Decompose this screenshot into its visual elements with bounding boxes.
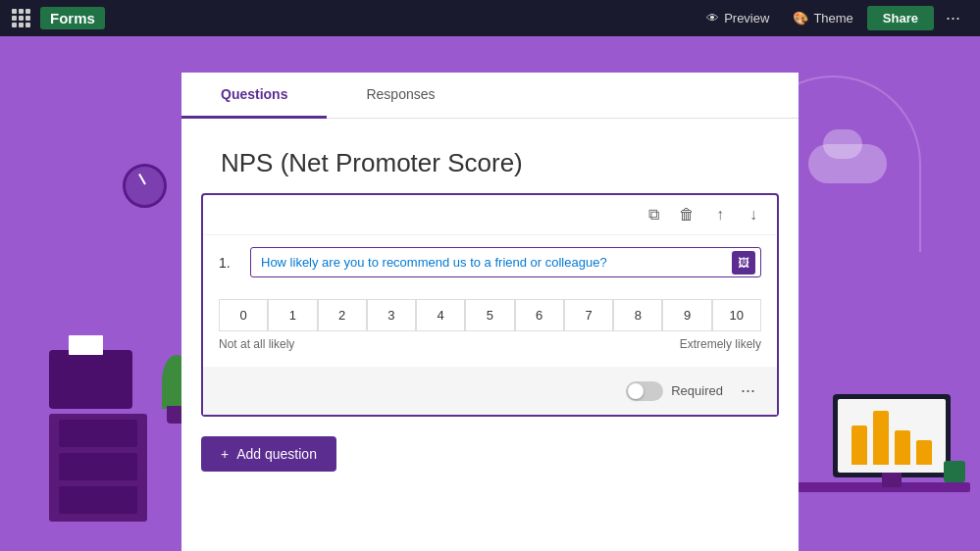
brand-name: Forms	[40, 7, 105, 29]
more-options-icon[interactable]: ···	[938, 3, 968, 33]
toggle-knob	[628, 383, 644, 399]
clock-decoration	[123, 164, 167, 208]
monitor-screen	[838, 399, 946, 473]
theme-label: Theme	[813, 11, 852, 25]
tab-bar: Questions Responses	[181, 73, 799, 119]
eye-icon: 👁	[706, 11, 719, 25]
scale-6[interactable]: 6	[515, 299, 564, 331]
question-number: 1.	[219, 247, 238, 271]
plus-icon: +	[221, 446, 229, 462]
scale-7[interactable]: 7	[564, 299, 613, 331]
share-button[interactable]: Share	[867, 6, 934, 30]
add-question-button[interactable]: + Add question	[201, 436, 336, 472]
navbar-left: Forms	[12, 7, 105, 29]
scale-4[interactable]: 4	[416, 299, 465, 331]
scale-3[interactable]: 3	[367, 299, 416, 331]
scale-0[interactable]: 0	[219, 299, 268, 331]
scale-label-low: Not at all likely	[219, 337, 294, 351]
background-scene: Questions Responses NPS (Net Promoter Sc…	[0, 36, 980, 551]
printer-decoration	[49, 350, 132, 409]
scale-numbers: 0 1 2 3 4 5 6 7 8 9 10	[219, 299, 761, 331]
form-title[interactable]: NPS (Net Promoter Score)	[221, 148, 759, 178]
required-toggle[interactable]	[626, 381, 663, 401]
scale-labels: Not at all likely Extremely likely	[219, 331, 761, 357]
mug-decoration	[944, 461, 965, 482]
cloud-decoration	[808, 144, 887, 183]
question-more-options[interactable]: ···	[735, 376, 761, 405]
chart-bar-1	[851, 426, 867, 465]
move-down-button[interactable]: ↓	[742, 203, 765, 226]
question-toolbar: ⧉ 🗑 ↑ ↓	[203, 195, 777, 235]
question-body: 1. 🖼	[203, 235, 777, 289]
tab-responses[interactable]: Responses	[327, 73, 474, 119]
drawer-2	[59, 453, 137, 480]
desk-left	[20, 276, 196, 551]
add-image-button[interactable]: 🖼	[732, 251, 755, 275]
dresser-decoration	[49, 414, 147, 522]
required-toggle-wrapper: Required	[626, 381, 723, 401]
preview-button[interactable]: 👁 Preview	[696, 6, 779, 30]
nps-scale: 0 1 2 3 4 5 6 7 8 9 10 Not at all likely…	[203, 289, 777, 367]
question-footer: Required ···	[203, 367, 777, 415]
scale-9[interactable]: 9	[662, 299, 711, 331]
monitor-decoration	[833, 394, 951, 477]
question-text-input[interactable]	[250, 247, 761, 277]
move-up-button[interactable]: ↑	[708, 203, 732, 226]
paper-decoration	[69, 335, 103, 355]
monitor-stand	[882, 473, 902, 487]
palette-icon: 🎨	[793, 11, 808, 25]
chart-bar-4	[916, 440, 932, 465]
navbar-right: 👁 Preview 🎨 Theme Share ···	[696, 3, 968, 33]
main-area: Questions Responses NPS (Net Promoter Sc…	[181, 73, 799, 551]
scale-1[interactable]: 1	[268, 299, 317, 331]
drawer-3	[59, 486, 137, 514]
question-container: ⧉ 🗑 ↑ ↓ 1. 🖼 0 1 2 3 4	[201, 193, 779, 417]
drawer-1	[59, 420, 137, 447]
apps-icon[interactable]	[12, 9, 30, 27]
scale-2[interactable]: 2	[318, 299, 367, 331]
form-title-area: NPS (Net Promoter Score)	[181, 119, 799, 193]
theme-button[interactable]: 🎨 Theme	[783, 6, 862, 30]
scale-10[interactable]: 10	[712, 299, 761, 331]
add-question-label: Add question	[236, 446, 317, 462]
delete-button[interactable]: 🗑	[675, 203, 698, 226]
preview-label: Preview	[724, 11, 769, 25]
scale-5[interactable]: 5	[465, 299, 514, 331]
tab-questions[interactable]: Questions	[181, 73, 327, 119]
chart-bar-2	[873, 411, 889, 465]
scale-8[interactable]: 8	[613, 299, 662, 331]
chart-bar-3	[895, 430, 910, 465]
question-input-wrapper: 🖼	[250, 247, 761, 277]
desk-surface	[774, 482, 970, 492]
navbar: Forms 👁 Preview 🎨 Theme Share ···	[0, 0, 980, 36]
required-label: Required	[671, 383, 723, 398]
copy-button[interactable]: ⧉	[642, 203, 665, 226]
scale-label-high: Extremely likely	[680, 337, 761, 351]
